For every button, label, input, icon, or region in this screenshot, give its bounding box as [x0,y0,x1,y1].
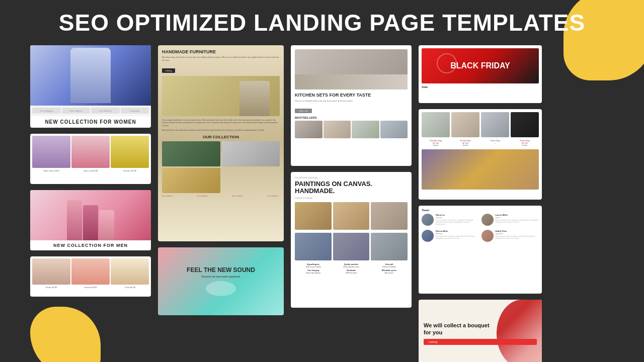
avatar-3 [422,230,434,242]
sp-lbl-2: Bucket Bag $4 500 $6 000 [451,139,479,146]
music-title: FEEL THE NEW SOUND [187,266,255,274]
black-friday-banner: BLACK FRIDAY [422,48,539,83]
furniture-link-3[interactable]: Go to collection → [232,195,245,197]
furniture-link-2[interactable]: Go to collection → [197,195,210,197]
card-women-products[interactable]: Taylor dress €32.0 Jeans set €8.90 Sweat… [30,134,151,184]
paintings-label: Handmade paintings [295,176,408,179]
team-member-1: Olivia Liu Founder The co-founder of the… [422,214,479,226]
furniture-hero-image [162,76,280,116]
card-paintings[interactable]: Handmade paintings PAINTINGS ON CANVAS. … [291,172,412,308]
feature-gift: Great gift Perfect for gifting [371,263,408,268]
shop-interior-photo [422,149,539,190]
feature-handmade: Handmade 100% by hand [333,269,369,274]
team-info-1: Olivia Liu Founder The co-founder of the… [436,214,479,226]
furniture-link-1[interactable]: Go to collection → [162,195,175,197]
furniture-collection-title: OUR COLLECTION [162,135,280,139]
bestseller-2 [324,121,351,138]
nav-pill-shipping: Free Shipping [32,108,61,114]
bouquet-cta-button[interactable]: Catalog [424,339,537,345]
bottom-lbl-2: Festival €0.90 [71,286,110,289]
bouquet-title: We will collect a bouquet for you [424,322,494,335]
furniture-subtitle: Manufacturing of furniture is more than … [162,56,280,61]
product-image-1 [32,136,70,168]
fashion-bottom-images [32,258,149,285]
sale-product-labels: Shoulder Bag $4 000 $5 500 Bucket Bag $4… [422,139,539,146]
bestseller-1 [295,121,323,138]
bouquet-background [497,300,542,362]
fashion-nav: Free Shipping Order Support Free Deliver… [30,106,151,116]
paintings-title: PAINTINGS ON CANVAS. HANDMADE. [295,180,408,195]
feature-affordable: Affordable option Best prices [371,269,408,274]
product-label-2: Jeans set €8.90 [71,169,110,172]
team-member-2: Lauren Miller Senior Senior specialist o… [481,214,539,226]
template-col-3: KITCHEN SETS FOR EVERY TASTE Choose or h… [291,45,412,362]
music-subtitle: Discover the best audio equipment [202,275,240,278]
product-label-1: Taylor dress €32.0 [32,169,70,172]
card-women-hero[interactable]: Free Shipping Order Support Free Deliver… [30,45,151,128]
product-image-3 [111,136,149,168]
collection-item-2 [222,141,280,166]
collection-item-4 [222,168,280,193]
music-visual [206,281,236,296]
card-furniture[interactable]: HANDMADE FURNITURE Manufacturing of furn… [158,45,284,241]
card-bouquet[interactable]: We will collect a bouquet for you Catalo… [419,300,542,362]
paintings-features-bottom: Fast shipping Same day delivery Handmade… [295,269,408,274]
bottom-product-2 [71,258,110,285]
team-grid: Olivia Liu Founder The co-founder of the… [422,214,539,244]
paintings-subtitle: Catalog of paintings [295,197,408,199]
team-member-3: Steven Atlas Manager The capital of the … [422,230,479,242]
collection-item-1 [162,141,220,166]
template-col-4: BLACK FRIDAY Sale Shoulder Bag $4 000 $5… [419,45,542,362]
card-team[interactable]: Team Olivia Liu Founder The co-founder o… [419,206,542,294]
card-kitchen[interactable]: KITCHEN SETS FOR EVERY TASTE Choose or h… [291,45,412,166]
paintings-gallery-bottom [295,233,408,260]
sale-product-3 [481,112,509,137]
card-music[interactable]: FEEL THE NEW SOUND Discover the best aud… [158,247,284,315]
men-silhouettes [67,200,114,240]
men-hero-image [30,190,151,240]
product-label-3: Sweater €4.90 [111,169,149,172]
avatar-2 [481,214,494,226]
sale-grid [422,112,539,137]
sp-lbl-3: Fabric Bag --- [481,139,509,146]
black-friday-text: BLACK FRIDAY [450,61,510,70]
furniture-collection-grid [162,141,280,193]
furniture-body-2: We travel all over the world, due to whi… [162,129,280,132]
fashion-hero-image [30,45,151,106]
women-product-labels: Taylor dress €32.0 Jeans set €8.90 Sweat… [32,169,149,172]
bottom-product-labels: Studio €0.90 Festival €0.90 T-shirt €0.9… [32,286,149,289]
team-label: Team [422,209,539,212]
nav-pill-support: Order Support [62,108,91,114]
painting-6 [371,233,408,260]
sp-lbl-4: Suede Bag $3 500 $5 000 [511,139,539,146]
chair-shape [239,81,270,116]
page-title: SEO OPTIMIZED LANDING PAGE TEMPLATES [0,0,644,43]
painting-1 [295,202,332,230]
paintings-features-top: Hypoallergenic Safe for your family Qual… [295,263,408,268]
furniture-title: HANDMADE FURNITURE [162,49,280,54]
women-collection-title: NEW COLLECTION FOR WOMEN [30,116,151,128]
template-col-2: HANDMADE FURNITURE Manufacturing of furn… [158,45,284,362]
templates-grid: Free Shipping Order Support Free Deliver… [0,45,644,362]
bestsellers-grid [295,121,408,138]
card-sale-products[interactable]: Shoulder Bag $4 000 $5 500 Bucket Bag $4… [419,109,542,200]
furniture-link-4[interactable]: Go to collection → [267,195,280,197]
kitchen-hero-image [295,49,408,89]
card-men-hero[interactable]: NEW COLLECTION FOR MEN [30,190,151,250]
sale-product-4 [511,112,539,137]
feature-hypo: Hypoallergenic Safe for your family [295,263,332,268]
bestsellers-label: BESTSELLERS [295,116,408,119]
men-collection-title: NEW COLLECTION FOR MEN [30,240,151,250]
painting-2 [333,202,370,230]
avatar-1 [422,214,434,226]
kitchen-cta-button[interactable]: Shop now [295,109,312,113]
furniture-cta-button[interactable]: Catalog [162,68,175,73]
card-fashion-bottom[interactable]: Studio €0.90 Festival €0.90 T-shirt €0.9… [30,256,151,297]
card-black-friday[interactable]: BLACK FRIDAY Sale [419,45,542,103]
nav-pill-guarantee: Guarantee [121,108,149,114]
painting-5 [333,233,370,260]
team-info-3: Steven Atlas Manager The capital of the … [436,230,479,239]
bottom-product-1 [32,258,70,285]
team-member-4: Andra Petar Specialist Head specialist o… [481,230,539,242]
sale-product-2 [451,112,479,137]
